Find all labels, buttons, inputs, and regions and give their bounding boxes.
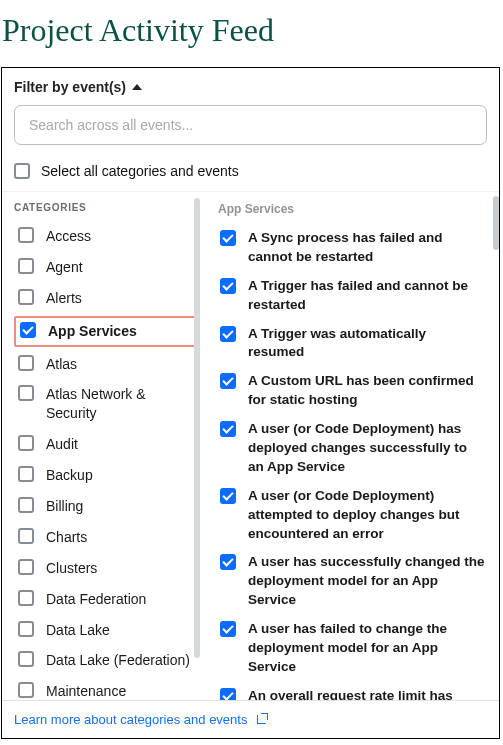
event-label: A user (or Code Deployment) attempted to… — [248, 487, 485, 544]
category-item[interactable]: Agent — [14, 252, 196, 283]
event-label: A user has successfully changed the depl… — [248, 553, 485, 610]
category-item[interactable]: Audit — [14, 429, 196, 460]
event-label: A Trigger was automatically resumed — [248, 325, 485, 363]
event-label: A Sync process has failed and cannot be … — [248, 229, 485, 267]
caret-up-icon — [132, 84, 142, 90]
filter-label-text: Filter by event(s) — [14, 79, 126, 95]
categories-column: CATEGORIES AccessAgentAlertsApp Services… — [2, 192, 202, 700]
category-item[interactable]: Alerts — [14, 283, 196, 314]
category-item[interactable]: Access — [14, 221, 196, 252]
learn-more-text: Learn more about categories and events — [14, 712, 247, 727]
event-checkbox[interactable] — [220, 278, 236, 294]
category-label: Access — [46, 227, 91, 246]
category-checkbox[interactable] — [18, 590, 34, 606]
event-item[interactable]: A user has successfully changed the depl… — [218, 548, 487, 615]
event-label: A user (or Code Deployment) has deployed… — [248, 420, 485, 477]
category-label: Alerts — [46, 289, 82, 308]
learn-more-link[interactable]: Learn more about categories and events — [14, 712, 268, 727]
category-item[interactable]: Clusters — [14, 553, 196, 584]
event-label: A user has failed to change the deployme… — [248, 620, 485, 677]
panel-footer: Learn more about categories and events — [2, 700, 499, 738]
event-item[interactable]: A user (or Code Deployment) attempted to… — [218, 482, 487, 549]
category-label: Data Lake (Federation) — [46, 651, 190, 670]
event-checkbox[interactable] — [220, 554, 236, 570]
category-item[interactable]: Atlas Network & Security — [14, 379, 196, 429]
category-label: Agent — [46, 258, 83, 277]
filter-toggle[interactable]: Filter by event(s) — [14, 79, 487, 95]
category-label: Atlas Network & Security — [46, 385, 192, 423]
search-input[interactable] — [14, 105, 487, 145]
category-label: Maintenance — [46, 682, 126, 700]
category-checkbox[interactable] — [18, 651, 34, 667]
event-item[interactable]: An overall request rate limit has been h… — [218, 682, 487, 700]
categories-header: CATEGORIES — [14, 202, 196, 213]
page-title: Project Activity Feed — [0, 0, 503, 67]
category-label: Audit — [46, 435, 78, 454]
category-item[interactable]: Data Federation — [14, 584, 196, 615]
event-checkbox[interactable] — [220, 373, 236, 389]
category-checkbox[interactable] — [18, 621, 34, 637]
scrollbar[interactable] — [493, 196, 499, 250]
category-checkbox[interactable] — [18, 435, 34, 451]
category-label: Billing — [46, 497, 83, 516]
category-item[interactable]: Maintenance — [14, 676, 196, 700]
category-item[interactable]: Atlas — [14, 349, 196, 380]
category-checkbox[interactable] — [18, 559, 34, 575]
category-item[interactable]: Data Lake (Federation) — [14, 645, 196, 676]
category-item[interactable]: Billing — [14, 491, 196, 522]
event-item[interactable]: A user (or Code Deployment) has deployed… — [218, 415, 487, 482]
category-checkbox[interactable] — [18, 466, 34, 482]
event-checkbox[interactable] — [220, 230, 236, 246]
events-column: App Services A Sync process has failed a… — [202, 192, 499, 700]
event-checkbox[interactable] — [220, 421, 236, 437]
filter-panel: Filter by event(s) Select all categories… — [1, 67, 500, 739]
category-checkbox[interactable] — [18, 258, 34, 274]
category-label: Charts — [46, 528, 87, 547]
category-checkbox[interactable] — [20, 322, 36, 338]
select-all-checkbox[interactable] — [14, 163, 30, 179]
category-checkbox[interactable] — [18, 528, 34, 544]
event-checkbox[interactable] — [220, 688, 236, 700]
category-item[interactable]: Backup — [14, 460, 196, 491]
event-checkbox[interactable] — [220, 621, 236, 637]
select-all-label: Select all categories and events — [41, 163, 239, 179]
event-checkbox[interactable] — [220, 488, 236, 504]
category-label: App Services — [48, 322, 137, 341]
category-item[interactable]: App Services — [14, 316, 196, 347]
category-checkbox[interactable] — [18, 227, 34, 243]
category-item[interactable]: Charts — [14, 522, 196, 553]
external-link-icon — [257, 713, 268, 724]
category-label: Clusters — [46, 559, 97, 578]
scrollbar[interactable] — [194, 198, 200, 658]
event-label: A Trigger has failed and cannot be resta… — [248, 277, 485, 315]
category-checkbox[interactable] — [18, 289, 34, 305]
event-label: An overall request rate limit has been h… — [248, 687, 485, 700]
category-label: Data Federation — [46, 590, 146, 609]
event-item[interactable]: A Sync process has failed and cannot be … — [218, 224, 487, 272]
event-item[interactable]: A Trigger was automatically resumed — [218, 320, 487, 368]
events-header: App Services — [218, 202, 487, 216]
category-label: Atlas — [46, 355, 77, 374]
category-label: Backup — [46, 466, 93, 485]
category-label: Data Lake — [46, 621, 110, 640]
event-checkbox[interactable] — [220, 326, 236, 342]
event-label: A Custom URL has been confirmed for stat… — [248, 372, 485, 410]
category-checkbox[interactable] — [18, 355, 34, 371]
event-item[interactable]: A Custom URL has been confirmed for stat… — [218, 367, 487, 415]
event-item[interactable]: A user has failed to change the deployme… — [218, 615, 487, 682]
event-item[interactable]: A Trigger has failed and cannot be resta… — [218, 272, 487, 320]
category-item[interactable]: Data Lake — [14, 615, 196, 646]
category-checkbox[interactable] — [18, 497, 34, 513]
category-checkbox[interactable] — [18, 682, 34, 698]
category-checkbox[interactable] — [18, 385, 34, 401]
